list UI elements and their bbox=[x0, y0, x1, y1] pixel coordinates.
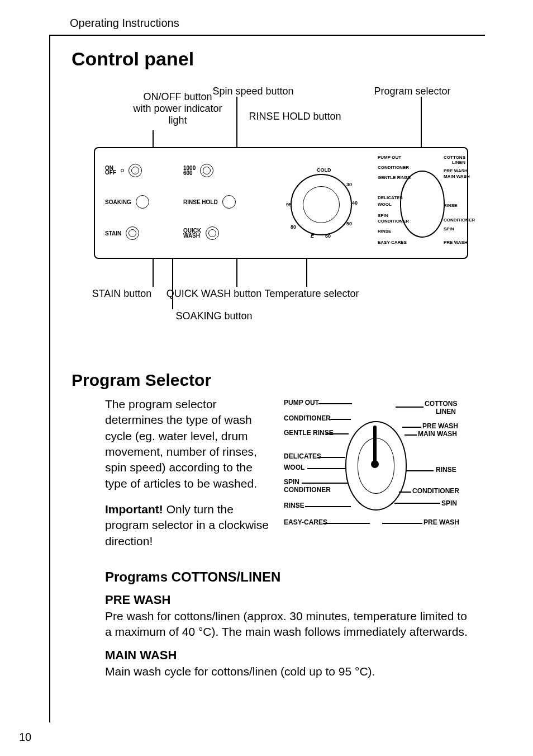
prog-cottons: COTTONS bbox=[425, 400, 457, 408]
program-dial-large: PUMP OUT CONDITIONER GENTLE RINSE DELICA… bbox=[284, 399, 468, 532]
panel-btn-onoff-label: ON OFF bbox=[105, 166, 116, 175]
knob-icon bbox=[200, 164, 213, 177]
selector-figure: PUMP OUT CONDITIONER GENTLE RINSE DELICA… bbox=[284, 396, 468, 532]
power-indicator-icon bbox=[121, 169, 124, 172]
page-number: 10 bbox=[19, 731, 31, 744]
knob-icon bbox=[136, 195, 149, 209]
linen: LINEN bbox=[452, 160, 465, 165]
prog-conditioner: CONDITIONER bbox=[378, 165, 409, 170]
temp-e: E bbox=[311, 233, 314, 239]
leader bbox=[326, 433, 349, 434]
prog-pre-wash-r: PRE WASH bbox=[423, 518, 459, 526]
temp-40: 40 bbox=[352, 200, 358, 206]
leader bbox=[402, 427, 421, 428]
prog-conditioner-r: CONDITIONER bbox=[412, 487, 459, 495]
prog-rinse-r: RINSE bbox=[436, 466, 456, 474]
prog-easy-cares: EASY-CARES bbox=[284, 518, 327, 526]
prog-conditioner-r: CONDITIONER bbox=[444, 218, 475, 223]
heading-pre-wash: PRE WASH bbox=[105, 593, 468, 607]
leader bbox=[236, 97, 237, 147]
knob-icon bbox=[126, 226, 139, 240]
selector-description: The program selector determines the type… bbox=[105, 396, 273, 492]
selector-row: The program selector determines the type… bbox=[105, 396, 468, 554]
prog-easy-cares: EASY-CARES bbox=[378, 240, 407, 245]
panel-btn-stain-label: STAIN bbox=[105, 230, 121, 237]
leader bbox=[329, 419, 351, 420]
label-soaking: SOAKING button bbox=[164, 310, 264, 322]
temp-80: 80 bbox=[291, 224, 296, 230]
temp-95: 95 bbox=[286, 202, 292, 207]
panel-btn-quick-wash-label: QUICK WASH bbox=[183, 228, 201, 238]
prog-spin: SPIN bbox=[284, 478, 299, 486]
leader bbox=[323, 523, 370, 524]
prog-rinse-r: RINSE bbox=[444, 203, 457, 208]
leader bbox=[153, 259, 154, 287]
leader bbox=[307, 468, 346, 469]
prog-delicates: DELICATES bbox=[284, 452, 321, 460]
prog-conditioner: CONDITIONER bbox=[284, 414, 331, 422]
dial-outline bbox=[400, 171, 445, 238]
label-quick-wash: QUICK WASH button bbox=[164, 288, 264, 300]
dial-pointer-icon bbox=[373, 426, 377, 466]
prog-delicates: DELICATES bbox=[378, 195, 403, 200]
programs-section: Programs COTTONS/LINEN PRE WASH Pre wash… bbox=[105, 569, 468, 679]
panel-btn-quick-wash: QUICK WASH bbox=[183, 226, 219, 240]
label-onoff-line3: light bbox=[168, 115, 187, 126]
leader bbox=[306, 259, 307, 287]
program-dial-small: PUMP OUT CONDITIONER GENTLE RINSE DELICA… bbox=[378, 155, 467, 253]
prog-pump-out: PUMP OUT bbox=[378, 155, 401, 160]
prog-spin: SPIN bbox=[378, 213, 388, 218]
heading-program-selector: Program Selector bbox=[72, 371, 468, 390]
label-program-selector: Program selector bbox=[356, 86, 468, 97]
prewash-description: Pre wash for cottons/linen (approx. 30 m… bbox=[105, 608, 468, 640]
panel-btn-rinse-hold: RINSE HOLD bbox=[183, 195, 236, 209]
leader bbox=[318, 403, 352, 404]
panel-btn-spin-speed: 1000 600 bbox=[183, 164, 213, 177]
speed-600: 600 bbox=[183, 170, 193, 176]
temp-cold: COLD bbox=[317, 167, 331, 173]
page-frame: Control panel Spin speed button Program … bbox=[49, 35, 485, 722]
prog-rinse: RINSE bbox=[378, 229, 391, 234]
prog-conditioner2: CONDITIONER bbox=[378, 219, 409, 224]
leader bbox=[404, 434, 417, 436]
cottons: COTTONS bbox=[444, 155, 465, 160]
prog-pump-out: PUMP OUT bbox=[284, 399, 319, 407]
label-onoff-line1: ON/OFF button bbox=[143, 91, 212, 102]
heading-main-wash: MAIN WASH bbox=[105, 648, 468, 663]
leader bbox=[394, 503, 440, 504]
mainwash-description: Main wash cycle for cottons/linen (cold … bbox=[105, 664, 468, 679]
label-onoff: ON/OFF button with power indicator light bbox=[122, 91, 234, 126]
leader bbox=[317, 457, 345, 458]
temp-50: 50 bbox=[346, 221, 352, 226]
prog-cottons: COTTONS LINEN bbox=[444, 155, 465, 165]
prog-pre-wash-r: PRE WASH bbox=[444, 240, 468, 245]
leader bbox=[396, 407, 423, 408]
important-label: Important! bbox=[105, 503, 163, 516]
page-content: Control panel Spin speed button Program … bbox=[50, 36, 485, 679]
prog-gentle-rinse: GENTLE RINSE bbox=[378, 175, 411, 180]
leader bbox=[153, 130, 154, 147]
label-stain: STAIN button bbox=[83, 288, 161, 300]
panel-btn-onoff: ON OFF bbox=[105, 164, 142, 177]
leader bbox=[399, 492, 411, 493]
prog-main-wash: MAIN WASH bbox=[418, 430, 457, 438]
panel-btn-stain: STAIN bbox=[105, 226, 139, 240]
prog-wool: WOOL bbox=[378, 202, 392, 207]
panel-btn-rinse-hold-label: RINSE HOLD bbox=[183, 199, 218, 205]
temp-60: 60 bbox=[325, 233, 331, 239]
prog-spin-r: SPIN bbox=[441, 499, 457, 507]
knob-icon bbox=[222, 195, 236, 209]
prog-conditioner2: CONDITIONER bbox=[284, 486, 331, 494]
prog-spin-r: SPIN bbox=[444, 226, 454, 231]
panel-btn-spin-labels: 1000 600 bbox=[183, 166, 196, 176]
running-head: Operating Instructions bbox=[70, 17, 533, 30]
prog-pre-wash: PRE WASH bbox=[422, 422, 458, 430]
panel-btn-soaking: SOAKING bbox=[105, 195, 149, 209]
prog-gentle-rinse: GENTLE RINSE bbox=[284, 429, 334, 437]
prog-wool: WOOL bbox=[284, 464, 304, 471]
prog-pre-wash: PRE WASH bbox=[444, 168, 468, 173]
leader bbox=[421, 97, 422, 147]
leader bbox=[406, 470, 434, 471]
label-rinse-hold: RINSE HOLD button bbox=[239, 111, 351, 122]
label-temperature-selector: Temperature selector bbox=[256, 288, 368, 300]
